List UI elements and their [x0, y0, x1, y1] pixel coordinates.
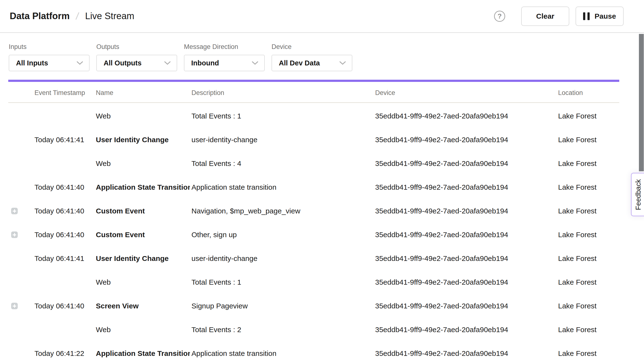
clear-button[interactable]: Clear	[521, 6, 569, 26]
filter-inputs-select[interactable]: All Inputs	[9, 55, 90, 71]
cell-name: Application State Transition	[96, 349, 190, 358]
cell-location: Lake Forest	[558, 231, 631, 239]
column-header-description: Description	[192, 89, 372, 97]
cell-device: 35eddb41-9ff9-49e2-7aed-20afa90eb194	[375, 207, 556, 215]
page-header: Data Platform / Live Stream ? Clear Paus…	[0, 0, 644, 33]
page-title: Live Stream	[85, 11, 134, 21]
event-rows: Web Total Events : 1 35eddb41-9ff9-49e2-…	[0, 104, 644, 360]
column-header-name: Name	[96, 89, 190, 97]
cell-name: User Identity Change	[96, 254, 190, 263]
table-row[interactable]: Today 06:41:22 Application State Transit…	[0, 342, 644, 360]
chevron-down-icon	[252, 61, 258, 65]
cell-location: Lake Forest	[558, 112, 631, 120]
table-row[interactable]: Web Total Events : 4 35eddb41-9ff9-49e2-…	[0, 152, 644, 176]
cell-location: Lake Forest	[558, 136, 631, 144]
table-header: Event Timestamp Name Description Device …	[0, 89, 644, 103]
cell-location: Lake Forest	[558, 207, 631, 215]
breadcrumb-separator: /	[75, 10, 80, 22]
cell-name: Screen View	[96, 302, 190, 310]
table-row[interactable]: Today 06:41:41 User Identity Change user…	[0, 128, 644, 152]
pause-button-label: Pause	[594, 12, 616, 20]
cell-description: Total Events : 2	[192, 326, 372, 334]
table-row[interactable]: Today 06:41:41 User Identity Change user…	[0, 247, 644, 270]
filter-device-select[interactable]: All Dev Data	[272, 55, 352, 71]
filter-message-direction-select[interactable]: Inbound	[184, 55, 265, 71]
column-header-event-timestamp: Event Timestamp	[34, 89, 94, 97]
cell-device: 35eddb41-9ff9-49e2-7aed-20afa90eb194	[375, 326, 556, 334]
cell-name: User Identity Change	[96, 136, 190, 144]
feedback-tab-label: Feedback	[634, 179, 642, 210]
cell-description: Total Events : 4	[192, 160, 372, 168]
expand-row-button plus-icon[interactable]	[11, 232, 18, 238]
cell-timestamp: Today 06:41:40	[34, 302, 94, 310]
table-row[interactable]: Today 06:41:40 Custom Event Other, sign …	[0, 223, 644, 247]
table-row[interactable]: Today 06:41:40 Application State Transit…	[0, 176, 644, 199]
cell-device: 35eddb41-9ff9-49e2-7aed-20afa90eb194	[375, 160, 556, 168]
filter-inputs-label: Inputs	[9, 43, 93, 51]
cell-name: Custom Event	[96, 231, 190, 239]
table-header-rule	[8, 102, 619, 103]
filter-outputs: Outputs All Outputs	[96, 43, 180, 71]
header-actions: ? Clear Pause	[494, 6, 624, 26]
cell-location: Lake Forest	[558, 349, 631, 358]
vertical-scrollbar-thumb[interactable]	[639, 34, 644, 171]
cell-timestamp: Today 06:41:40	[34, 207, 94, 215]
cell-description: Total Events : 1	[192, 278, 372, 286]
cell-description: user-identity-change	[192, 136, 372, 144]
table-row[interactable]: Web Total Events : 2 35eddb41-9ff9-49e2-…	[0, 318, 644, 342]
filter-device-value: All Dev Data	[279, 59, 320, 67]
cell-location: Lake Forest	[558, 183, 631, 191]
breadcrumb-section[interactable]: Data Platform	[10, 11, 70, 21]
filter-outputs-value: All Outputs	[104, 59, 142, 67]
cell-device: 35eddb41-9ff9-49e2-7aed-20afa90eb194	[375, 112, 556, 120]
table-row[interactable]: Today 06:41:40 Screen View Signup Pagevi…	[0, 294, 644, 318]
cell-name: Web	[96, 278, 190, 286]
expand-row-button plus-icon[interactable]	[11, 303, 18, 309]
filter-outputs-select[interactable]: All Outputs	[96, 55, 177, 71]
cell-description: Application state transition	[192, 349, 372, 358]
cell-location: Lake Forest	[558, 326, 631, 334]
accent-divider	[8, 80, 619, 82]
help-icon[interactable]: ?	[494, 11, 505, 22]
cell-timestamp: Today 06:41:40	[34, 231, 94, 239]
filter-message-direction-label: Message Direction	[184, 43, 268, 51]
cell-device: 35eddb41-9ff9-49e2-7aed-20afa90eb194	[375, 254, 556, 263]
chevron-down-icon	[164, 61, 171, 65]
cell-description: Navigation, $mp_web_page_view	[192, 207, 372, 215]
cell-timestamp: Today 06:41:22	[34, 349, 94, 358]
filter-outputs-label: Outputs	[96, 43, 180, 51]
filter-inputs: Inputs All Inputs	[9, 43, 93, 71]
column-header-device: Device	[375, 89, 556, 97]
cell-description: Signup Pageview	[192, 302, 372, 310]
cell-location: Lake Forest	[558, 254, 631, 263]
cell-description: Total Events : 1	[192, 112, 372, 120]
expand-row-button plus-icon[interactable]	[11, 208, 18, 214]
cell-name: Web	[96, 326, 190, 334]
table-row[interactable]: Web Total Events : 1 35eddb41-9ff9-49e2-…	[0, 104, 644, 128]
table-row[interactable]: Web Total Events : 1 35eddb41-9ff9-49e2-…	[0, 270, 644, 294]
cell-location: Lake Forest	[558, 302, 631, 310]
filter-device: Device All Dev Data	[272, 43, 356, 71]
cell-device: 35eddb41-9ff9-49e2-7aed-20afa90eb194	[375, 349, 556, 358]
cell-name: Web	[96, 112, 190, 120]
cell-description: Other, sign up	[192, 231, 372, 239]
cell-description: user-identity-change	[192, 254, 372, 263]
filter-message-direction-value: Inbound	[191, 59, 219, 67]
cell-device: 35eddb41-9ff9-49e2-7aed-20afa90eb194	[375, 183, 556, 191]
cell-timestamp: Today 06:41:40	[34, 183, 94, 191]
cell-name: Web	[96, 160, 190, 168]
breadcrumb: Data Platform / Live Stream	[10, 10, 134, 22]
pause-button[interactable]: Pause	[576, 6, 624, 26]
cell-device: 35eddb41-9ff9-49e2-7aed-20afa90eb194	[375, 302, 556, 310]
chevron-down-icon	[339, 61, 346, 65]
feedback-tab[interactable]: Feedback	[631, 173, 644, 216]
filter-device-label: Device	[272, 43, 356, 51]
clear-button-label: Clear	[536, 12, 554, 20]
cell-timestamp: Today 06:41:41	[34, 254, 94, 263]
cell-location: Lake Forest	[558, 160, 631, 168]
chevron-down-icon	[76, 61, 83, 65]
cell-device: 35eddb41-9ff9-49e2-7aed-20afa90eb194	[375, 278, 556, 286]
table-row[interactable]: Today 06:41:40 Custom Event Navigation, …	[0, 199, 644, 223]
filters-bar: Inputs All Inputs Outputs All Outputs Me…	[9, 43, 356, 71]
cell-name: Application State Transition	[96, 183, 190, 191]
